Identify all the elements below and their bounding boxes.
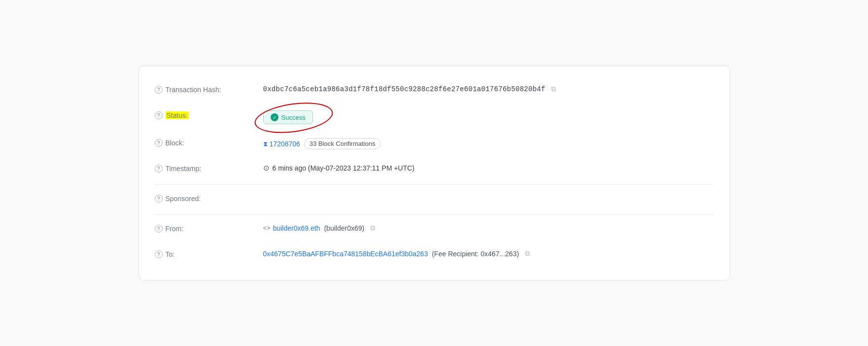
tx-hash-value: 0xdbc7c6a5ceb1a986a3d1f78f18df550c9288c2…	[263, 85, 546, 93]
block-row: ? Block: ⧗ 17208706 33 Block Confirmatio…	[155, 131, 714, 157]
status-value-col: ✓ Success	[263, 110, 714, 124]
status-annotation-wrapper: ✓ Success	[263, 110, 313, 124]
status-help-icon[interactable]: ?	[155, 111, 163, 119]
block-label-col: ? Block:	[155, 138, 263, 147]
check-circle-icon: ✓	[271, 113, 278, 121]
code-brackets-icon: <>	[263, 224, 271, 232]
block-number-text: 17208706	[270, 140, 300, 148]
divider-1	[155, 184, 714, 185]
timestamp-value-col: ⊙ 6 mins ago (May-07-2023 12:37:11 PM +U…	[263, 164, 714, 173]
block-confirmations-badge: 33 Block Confirmations	[304, 138, 381, 149]
tx-hash-row: ? Transaction Hash: 0xdbc7c6a5ceb1a986a3…	[155, 78, 714, 104]
from-label: From:	[166, 225, 184, 233]
sponsored-label: Sponsored:	[166, 195, 201, 203]
timestamp-row: ? Timestamp: ⊙ 6 mins ago (May-07-2023 1…	[155, 157, 714, 182]
from-address-text: builder0x69.eth	[273, 224, 320, 232]
to-plain-text: (Fee Recipient: 0x467...263)	[432, 250, 519, 258]
status-badge: ✓ Success	[263, 110, 313, 124]
to-label-col: ? To:	[155, 249, 263, 258]
from-label-col: ? From:	[155, 224, 263, 233]
tx-hash-label: Transaction Hash:	[166, 86, 221, 94]
timestamp-text: 6 mins ago (May-07-2023 12:37:11 PM +UTC…	[273, 164, 415, 172]
from-copy-icon[interactable]: ⧉	[370, 224, 375, 232]
hourglass-icon: ⧗	[263, 140, 268, 148]
tx-hash-copy-icon[interactable]: ⧉	[551, 85, 556, 93]
divider-2	[155, 214, 714, 215]
from-value-col: <> builder0x69.eth (builder0x69) ⧉	[263, 224, 714, 232]
to-address-link[interactable]: 0x4675C7e5BaAFBFFbca748158bEcBA61ef3b0a2…	[263, 250, 428, 258]
status-label: Status:	[166, 111, 189, 119]
block-number-link[interactable]: ⧗ 17208706	[263, 140, 300, 148]
sponsored-help-icon[interactable]: ?	[155, 195, 163, 203]
sponsored-row: ? Sponsored:	[155, 187, 714, 212]
from-row: ? From: <> builder0x69.eth (builder0x69)…	[155, 217, 714, 242]
timestamp-help-icon[interactable]: ?	[155, 165, 163, 173]
tx-hash-label-col: ? Transaction Hash:	[155, 85, 263, 94]
tx-hash-value-col: 0xdbc7c6a5ceb1a986a3d1f78f18df550c9288c2…	[263, 85, 714, 93]
to-copy-icon[interactable]: ⧉	[525, 249, 530, 258]
block-help-icon[interactable]: ?	[155, 139, 163, 147]
status-row: ? Status: ✓ Success	[155, 104, 714, 131]
tx-hash-help-icon[interactable]: ?	[155, 86, 163, 94]
timestamp-value: ⊙ 6 mins ago (May-07-2023 12:37:11 PM +U…	[263, 164, 415, 173]
to-address-text: 0x4675C7e5BaAFBFFbca748158bEcBA61ef3b0a2…	[263, 250, 428, 258]
status-badge-text: Success	[281, 114, 306, 121]
status-label-col: ? Status:	[155, 110, 263, 119]
transaction-card: ? Transaction Hash: 0xdbc7c6a5ceb1a986a3…	[139, 66, 730, 280]
from-help-icon[interactable]: ?	[155, 225, 163, 233]
to-row: ? To: 0x4675C7e5BaAFBFFbca748158bEcBA61e…	[155, 242, 714, 268]
to-help-icon[interactable]: ?	[155, 250, 163, 258]
timestamp-label-col: ? Timestamp:	[155, 164, 263, 173]
sponsored-label-col: ? Sponsored:	[155, 194, 263, 203]
timestamp-label: Timestamp:	[166, 165, 202, 173]
from-plain-text: (builder0x69)	[324, 224, 364, 232]
from-address-link[interactable]: <> builder0x69.eth	[263, 224, 320, 232]
to-label: To:	[166, 250, 175, 258]
clock-icon: ⊙	[263, 164, 270, 173]
to-value-col: 0x4675C7e5BaAFBFFbca748158bEcBA61ef3b0a2…	[263, 249, 714, 258]
block-value-col: ⧗ 17208706 33 Block Confirmations	[263, 138, 714, 149]
block-label: Block:	[166, 139, 184, 147]
